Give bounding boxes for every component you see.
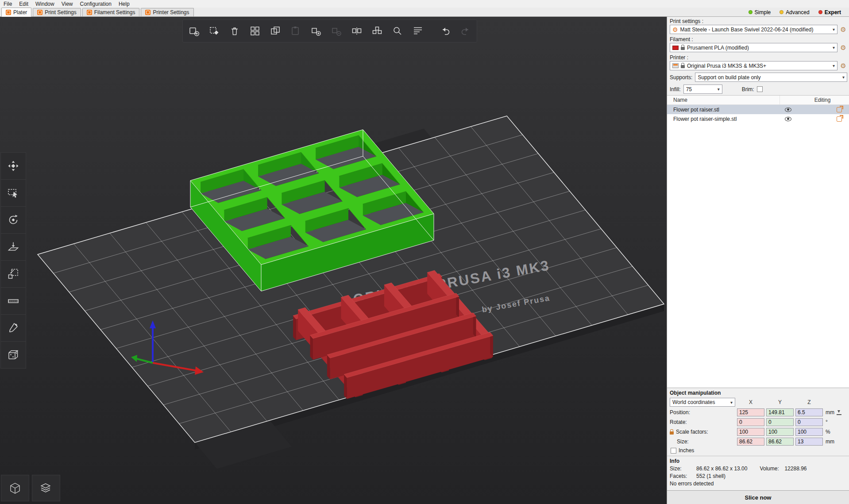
cube-view-icon	[8, 481, 22, 495]
infill-combo[interactable]: 75 ▾	[683, 85, 722, 94]
infill-value: 75	[686, 86, 715, 92]
scale-x-input[interactable]	[737, 428, 764, 436]
remove-instance-button[interactable]	[326, 21, 347, 41]
add-instance-icon	[310, 25, 322, 37]
tab-filament-settings-label: Filament Settings	[94, 9, 135, 15]
printer-value: Original Prusa i3 MK3S & MK3S+	[687, 63, 830, 69]
search-button[interactable]	[387, 21, 408, 41]
variable-layer-height-button[interactable]	[408, 21, 428, 41]
infill-label: Infill:	[670, 86, 681, 92]
move-tool-button[interactable]	[0, 152, 26, 180]
copy-button[interactable]	[265, 21, 286, 41]
plater-tab-icon	[6, 10, 11, 15]
position-y-input[interactable]	[766, 408, 794, 416]
mode-expert-label: Expert	[825, 9, 841, 15]
object-row-flower-pot-raiser-simple[interactable]: Flower pot raiser-simple.stl	[667, 114, 849, 123]
add-object-button[interactable]	[184, 21, 204, 41]
add-instance-button[interactable]	[306, 21, 326, 41]
visibility-eye-icon[interactable]	[785, 108, 791, 112]
printer-edit-gear-button[interactable]: ⚙	[839, 62, 847, 70]
copy-icon	[270, 25, 281, 37]
paste-button[interactable]	[286, 21, 306, 41]
chevron-down-icon: ▾	[718, 87, 720, 92]
size-unit: mm	[826, 439, 834, 445]
mode-simple-button[interactable]: Simple	[744, 8, 776, 16]
split-to-objects-button[interactable]	[347, 21, 367, 41]
menu-file[interactable]: File	[0, 1, 15, 7]
seam-tool-button[interactable]	[0, 341, 26, 369]
lock-icon	[681, 47, 685, 50]
tab-print-settings[interactable]: Print Settings	[33, 8, 81, 16]
size-label: Size:	[670, 439, 735, 445]
3d-viewport[interactable]: ORIGINAL PRUSA i3 MK3by Josef Prusa	[0, 17, 667, 504]
slice-now-button[interactable]: Slice now	[667, 490, 849, 504]
redo-icon	[460, 25, 471, 37]
tab-printer-settings[interactable]: Printer Settings	[141, 8, 193, 16]
place-on-face-icon	[7, 241, 19, 253]
scale-factors-label: Scale factors:	[670, 429, 735, 435]
axis-header-z: Z	[795, 399, 823, 405]
axis-header-x: X	[737, 399, 764, 405]
layers-view-button[interactable]	[32, 475, 60, 501]
rotate-label: Rotate:	[670, 419, 735, 425]
scale-y-input[interactable]	[766, 428, 794, 436]
place-on-face-tool-button[interactable]	[0, 233, 26, 261]
paint-supports-tool-button[interactable]	[0, 314, 26, 342]
menu-edit[interactable]: Edit	[15, 1, 32, 7]
supports-combo[interactable]: Support on build plate only ▾	[695, 73, 847, 82]
object-name: Flower pot raiser-simple.stl	[667, 116, 780, 122]
size-x-input[interactable]	[737, 438, 764, 446]
delete-object-button[interactable]	[204, 21, 224, 41]
size-y-input[interactable]	[766, 438, 794, 446]
mode-advanced-button[interactable]: Advanced	[775, 8, 814, 16]
size-z-input[interactable]	[795, 438, 823, 446]
rotate-tool-button[interactable]	[0, 206, 26, 234]
menu-configuration[interactable]: Configuration	[77, 1, 115, 7]
menu-window[interactable]: Window	[32, 1, 58, 7]
scale-tool-button[interactable]	[0, 260, 26, 288]
menu-help[interactable]: Help	[115, 1, 133, 7]
edit-object-icon[interactable]	[837, 107, 842, 112]
delete-object-icon	[208, 25, 220, 37]
tab-print-settings-label: Print Settings	[45, 9, 76, 15]
3d-scene[interactable]: ORIGINAL PRUSA i3 MK3by Josef Prusa	[0, 17, 667, 504]
position-label: Position:	[670, 409, 735, 416]
print-settings-combo[interactable]: ⚙ Matt Steele - Launch Base Swivel 2022-…	[670, 25, 837, 34]
coordinates-combo[interactable]: World coordinates ▾	[670, 398, 735, 407]
menu-view[interactable]: View	[58, 1, 77, 7]
tab-filament-settings[interactable]: Filament Settings	[82, 8, 140, 16]
chevron-down-icon: ▾	[833, 45, 835, 50]
rotate-z-input[interactable]	[795, 418, 823, 426]
printer-combo[interactable]: Original Prusa i3 MK3S & MK3S+ ▾	[670, 61, 837, 70]
redo-button[interactable]	[455, 21, 476, 41]
position-x-input[interactable]	[737, 408, 764, 416]
print-settings-edit-gear-button[interactable]: ⚙	[839, 26, 847, 34]
brim-checkbox[interactable]	[757, 86, 763, 92]
rotate-x-input[interactable]	[737, 418, 764, 426]
select-rectangle-tool-button[interactable]	[0, 179, 26, 207]
inches-checkbox[interactable]	[671, 448, 676, 454]
scale-z-input[interactable]	[795, 428, 823, 436]
filament-edit-gear-button[interactable]: ⚙	[839, 44, 847, 52]
info-panel: Info Size:86.62 x 86.62 x 13.00Volume:12…	[667, 456, 849, 490]
visibility-eye-icon[interactable]	[785, 117, 791, 121]
delete-all-button[interactable]	[224, 21, 245, 41]
scale-unit: %	[826, 429, 830, 435]
isometric-view-button[interactable]	[1, 475, 29, 501]
filament-color-swatch	[672, 46, 679, 50]
filament-combo[interactable]: Prusament PLA (modified) ▾	[670, 43, 837, 52]
undo-button[interactable]	[435, 21, 455, 41]
drop-to-bed-icon[interactable]	[836, 410, 842, 416]
position-z-input[interactable]	[795, 408, 823, 416]
uniform-scale-lock-icon[interactable]	[670, 431, 674, 435]
rotate-y-input[interactable]	[766, 418, 794, 426]
split-to-parts-button[interactable]	[367, 21, 387, 41]
object-row-flower-pot-raiser[interactable]: Flower pot raiser.stl	[667, 105, 849, 114]
tab-plater[interactable]: Plater	[1, 8, 31, 17]
mode-expert-button[interactable]: Expert	[814, 8, 845, 16]
edit-object-icon[interactable]	[837, 116, 842, 122]
left-toolbar	[0, 153, 26, 369]
mode-simple-label: Simple	[755, 9, 771, 15]
cut-tool-button[interactable]	[0, 287, 26, 315]
arrange-button[interactable]	[245, 21, 265, 41]
